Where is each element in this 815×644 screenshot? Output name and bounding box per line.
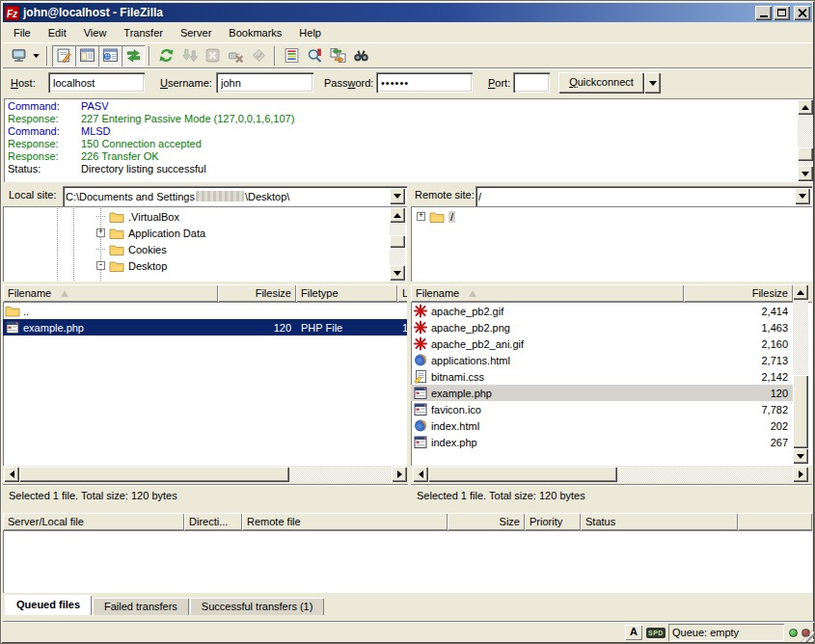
scroll-down-button[interactable] [798, 166, 813, 181]
process-queue-button[interactable] [177, 45, 201, 67]
tab-failed-transfers[interactable]: Failed transfers [93, 598, 189, 615]
scroll-right-button[interactable] [793, 467, 808, 482]
local-file-row[interactable]: example.php120PHP File1 [3, 319, 407, 335]
scroll-up-button[interactable] [793, 284, 808, 300]
menu-server[interactable]: Server [172, 24, 220, 41]
local-column-header-filetype[interactable]: Filetype [296, 284, 397, 302]
log-vertical-scrollbar[interactable] [798, 99, 813, 181]
scrollbar-thumb[interactable] [19, 467, 289, 482]
scroll-down-button[interactable] [390, 265, 405, 281]
tree-expander-plus-icon[interactable]: + [417, 212, 425, 221]
local-list-header: FilenameFilesizeFiletypeL [3, 284, 407, 302]
local-tree-item[interactable]: +Application Data [96, 225, 388, 241]
reconnect-button[interactable] [247, 45, 270, 67]
minimize-button[interactable] [755, 6, 772, 20]
remote-column-header-filesize[interactable]: Filesize [684, 284, 793, 302]
remote-file-row[interactable]: favicon.ico7,782 [411, 401, 793, 417]
remote-file-row[interactable]: applications.html2,713 [411, 352, 793, 368]
remote-site-combobox[interactable]: / [475, 186, 812, 206]
local-column-header-l[interactable]: L [397, 284, 407, 302]
close-button[interactable] [794, 6, 810, 20]
menu-help[interactable]: Help [290, 24, 330, 41]
local-tree-vertical-scrollbar[interactable] [390, 207, 405, 281]
tab-successful-transfers-1[interactable]: Successful transfers (1) [190, 598, 325, 615]
scrollbar-thumb[interactable] [793, 375, 808, 448]
remote-list-vertical-scrollbar[interactable] [793, 284, 808, 464]
site-manager-button[interactable] [7, 45, 30, 67]
file-size: 7,782 [684, 404, 793, 416]
local-site-dropdown-button[interactable] [390, 188, 405, 204]
remote-file-row[interactable]: apache_pb2_ani.gif2,160 [411, 335, 793, 352]
remote-column-header-filename[interactable]: Filename [411, 284, 684, 302]
local-tree-item[interactable]: Cookies [96, 241, 388, 257]
local-file-row[interactable]: .. [3, 303, 407, 319]
scroll-up-button[interactable] [390, 207, 405, 223]
local-horizontal-scrollbar[interactable] [4, 467, 407, 482]
file-name: bitnami.css [431, 371, 484, 383]
menu-file[interactable]: File [5, 24, 40, 41]
quickconnect-button[interactable]: Quickconnect [558, 72, 644, 94]
local-tree-item[interactable]: -Desktop [96, 257, 388, 274]
local-column-header-filesize[interactable]: Filesize [218, 284, 296, 302]
remote-file-list: apache_pb2.gif2,414apache_pb2.png1,463ap… [411, 302, 812, 466]
find-files-button[interactable] [349, 45, 372, 67]
menu-bar: FileEditViewTransferServerBookmarksHelp [3, 23, 812, 42]
password-input[interactable] [376, 72, 473, 93]
maximize-button[interactable] [774, 6, 790, 20]
remote-tree-item[interactable]: +/ [417, 208, 810, 225]
toggle-local-tree-button[interactable] [75, 45, 98, 67]
tab-queued-files[interactable]: Queued files [5, 595, 92, 615]
log-line: Command:PASV [8, 100, 792, 113]
port-input[interactable] [513, 72, 550, 93]
remote-site-dropdown-button[interactable] [795, 188, 810, 204]
scroll-right-button[interactable] [392, 467, 407, 482]
remote-file-row[interactable]: apache_pb2.gif2,414 [411, 303, 793, 319]
local-tree-item[interactable]: .VirtualBox [96, 208, 388, 225]
scroll-left-button[interactable] [413, 467, 428, 482]
log-line: Command:MLSD [8, 125, 792, 138]
synchronized-browsing-button[interactable] [326, 45, 349, 67]
cancel-operation-button[interactable] [201, 45, 224, 67]
refresh-button[interactable] [154, 45, 177, 67]
tree-expander-minus-icon[interactable]: - [96, 261, 105, 270]
local-site-combobox[interactable]: C:\Documents and Settings\Desktop\ [63, 186, 407, 206]
local-column-header-filename[interactable]: Filename [3, 284, 218, 302]
host-input[interactable] [48, 72, 145, 93]
scrollbar-thumb[interactable] [798, 148, 813, 161]
filter-button[interactable] [280, 45, 303, 67]
queue-column-header-size[interactable]: Size [448, 513, 525, 530]
queue-column-header-blank[interactable] [738, 513, 812, 530]
remote-file-row[interactable]: index.php267 [411, 434, 793, 450]
file-size: 120 [684, 388, 793, 399]
queue-column-header-status[interactable]: Status [581, 513, 738, 530]
menu-view[interactable]: View [75, 24, 116, 41]
queue-column-header-priority[interactable]: Priority [525, 513, 581, 530]
queue-column-header-directi[interactable]: Directi... [184, 513, 242, 530]
quickconnect-dropdown-button[interactable] [644, 72, 661, 94]
menu-bookmarks[interactable]: Bookmarks [220, 24, 290, 41]
remote-file-row[interactable]: example.php120 [411, 385, 793, 401]
queue-column-header-server-local-file[interactable]: Server/Local file [3, 513, 184, 530]
queue-column-header-remote-file[interactable]: Remote file [242, 513, 448, 530]
toggle-transfer-queue-button[interactable] [122, 45, 145, 67]
menu-transfer[interactable]: Transfer [115, 24, 172, 41]
scroll-down-button[interactable] [793, 448, 808, 464]
scrollbar-thumb[interactable] [390, 235, 405, 248]
site-manager-dropdown-button[interactable] [30, 45, 42, 67]
disconnect-button[interactable] [224, 45, 247, 67]
toggle-message-log-button[interactable] [52, 45, 75, 67]
scroll-left-button[interactable] [4, 467, 19, 482]
file-name: .. [23, 306, 29, 317]
remote-file-row[interactable]: bitnami.css2,142 [411, 368, 793, 385]
tree-expander-plus-icon[interactable]: + [96, 228, 105, 237]
toggle-remote-tree-button[interactable] [98, 45, 122, 67]
remote-horizontal-scrollbar[interactable] [413, 467, 808, 482]
username-input[interactable] [216, 72, 313, 93]
scroll-up-button[interactable] [798, 99, 813, 115]
remote-file-row[interactable]: apache_pb2.png1,463 [411, 319, 793, 335]
menu-edit[interactable]: Edit [40, 24, 75, 41]
directory-comparison-button[interactable] [303, 45, 326, 67]
remote-file-row[interactable]: index.html202 [411, 417, 793, 434]
file-name: favicon.ico [431, 404, 481, 416]
scrollbar-thumb[interactable] [428, 467, 617, 482]
